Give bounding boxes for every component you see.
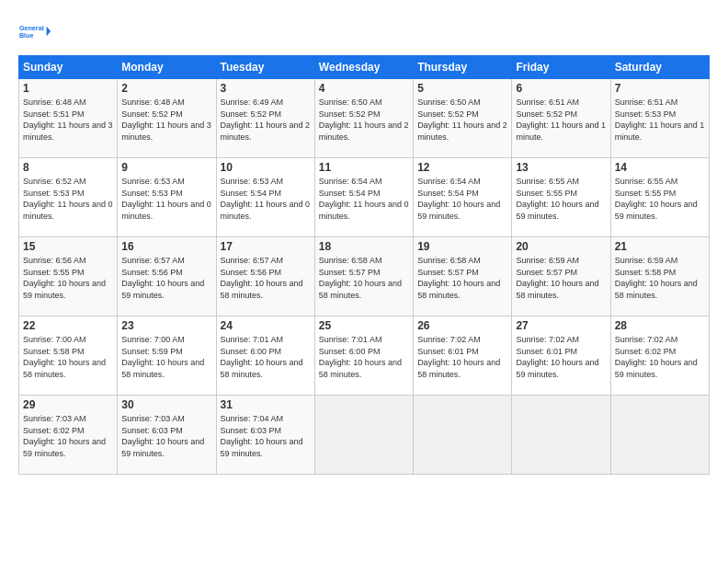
week-row-5: 29 Sunrise: 7:03 AM Sunset: 6:02 PM Dayl… bbox=[19, 396, 710, 475]
day-info: Sunrise: 6:54 AM Sunset: 5:54 PM Dayligh… bbox=[319, 176, 409, 222]
calendar-cell bbox=[414, 396, 512, 475]
day-info: Sunrise: 6:52 AM Sunset: 5:53 PM Dayligh… bbox=[23, 176, 113, 222]
day-number: 29 bbox=[23, 398, 113, 411]
day-info: Sunrise: 6:58 AM Sunset: 5:57 PM Dayligh… bbox=[319, 255, 409, 301]
day-number: 20 bbox=[516, 240, 606, 253]
calendar-cell: 25 Sunrise: 7:01 AM Sunset: 6:00 PM Dayl… bbox=[314, 316, 413, 396]
day-number: 19 bbox=[417, 240, 507, 253]
day-number: 31 bbox=[221, 398, 311, 411]
day-number: 21 bbox=[615, 240, 705, 253]
calendar-cell: 12 Sunrise: 6:54 AM Sunset: 5:54 PM Dayl… bbox=[414, 158, 512, 237]
day-info: Sunrise: 7:02 AM Sunset: 6:02 PM Dayligh… bbox=[615, 334, 705, 380]
week-row-2: 8 Sunrise: 6:52 AM Sunset: 5:53 PM Dayli… bbox=[19, 158, 710, 237]
day-info: Sunrise: 6:55 AM Sunset: 5:55 PM Dayligh… bbox=[615, 176, 705, 222]
day-info: Sunrise: 6:50 AM Sunset: 5:52 PM Dayligh… bbox=[417, 97, 507, 143]
calendar-cell: 9 Sunrise: 6:53 AM Sunset: 5:53 PM Dayli… bbox=[118, 158, 216, 237]
day-number: 6 bbox=[516, 82, 606, 95]
calendar-cell: 23 Sunrise: 7:00 AM Sunset: 5:59 PM Dayl… bbox=[118, 316, 216, 396]
day-info: Sunrise: 6:53 AM Sunset: 5:54 PM Dayligh… bbox=[221, 176, 311, 222]
day-header-monday: Monday bbox=[118, 56, 216, 79]
day-number: 26 bbox=[417, 319, 507, 332]
day-info: Sunrise: 6:49 AM Sunset: 5:52 PM Dayligh… bbox=[221, 97, 311, 143]
day-header-thursday: Thursday bbox=[414, 56, 512, 79]
day-info: Sunrise: 7:03 AM Sunset: 6:03 PM Dayligh… bbox=[121, 413, 211, 459]
logo-icon: GeneralBlue bbox=[18, 15, 51, 48]
calendar-cell: 21 Sunrise: 6:59 AM Sunset: 5:58 PM Dayl… bbox=[610, 237, 709, 316]
day-number: 3 bbox=[221, 82, 311, 95]
calendar-cell: 27 Sunrise: 7:02 AM Sunset: 6:01 PM Dayl… bbox=[512, 316, 610, 396]
calendar-cell bbox=[314, 396, 413, 475]
day-info: Sunrise: 7:01 AM Sunset: 6:00 PM Dayligh… bbox=[221, 334, 311, 380]
calendar-cell: 29 Sunrise: 7:03 AM Sunset: 6:02 PM Dayl… bbox=[19, 396, 118, 475]
calendar-cell bbox=[610, 396, 709, 475]
day-number: 9 bbox=[121, 161, 211, 174]
calendar-container: GeneralBlue SundayMondayTuesdayWednesday… bbox=[0, 0, 728, 484]
day-info: Sunrise: 6:57 AM Sunset: 5:56 PM Dayligh… bbox=[221, 255, 311, 301]
day-number: 15 bbox=[23, 240, 113, 253]
svg-text:General: General bbox=[19, 24, 44, 32]
calendar-cell: 17 Sunrise: 6:57 AM Sunset: 5:56 PM Dayl… bbox=[216, 237, 314, 316]
day-number: 23 bbox=[121, 319, 211, 332]
day-info: Sunrise: 6:54 AM Sunset: 5:54 PM Dayligh… bbox=[417, 176, 507, 222]
day-header-tuesday: Tuesday bbox=[216, 56, 314, 79]
svg-marker-2 bbox=[47, 27, 51, 37]
calendar-cell: 1 Sunrise: 6:48 AM Sunset: 5:51 PM Dayli… bbox=[19, 79, 118, 158]
calendar-cell: 24 Sunrise: 7:01 AM Sunset: 6:00 PM Dayl… bbox=[216, 316, 314, 396]
calendar-cell bbox=[512, 396, 610, 475]
day-info: Sunrise: 6:51 AM Sunset: 5:52 PM Dayligh… bbox=[516, 97, 606, 143]
calendar-cell: 8 Sunrise: 6:52 AM Sunset: 5:53 PM Dayli… bbox=[19, 158, 118, 237]
day-info: Sunrise: 6:48 AM Sunset: 5:52 PM Dayligh… bbox=[121, 97, 211, 143]
day-number: 11 bbox=[319, 161, 409, 174]
day-header-saturday: Saturday bbox=[610, 56, 709, 79]
day-number: 25 bbox=[319, 319, 409, 332]
day-number: 10 bbox=[221, 161, 311, 174]
day-number: 30 bbox=[121, 398, 211, 411]
logo: GeneralBlue bbox=[18, 15, 51, 48]
calendar-cell: 2 Sunrise: 6:48 AM Sunset: 5:52 PM Dayli… bbox=[118, 79, 216, 158]
week-row-4: 22 Sunrise: 7:00 AM Sunset: 5:58 PM Dayl… bbox=[19, 316, 710, 396]
week-row-1: 1 Sunrise: 6:48 AM Sunset: 5:51 PM Dayli… bbox=[19, 79, 710, 158]
day-number: 17 bbox=[221, 240, 311, 253]
day-number: 7 bbox=[615, 82, 705, 95]
calendar-cell: 13 Sunrise: 6:55 AM Sunset: 5:55 PM Dayl… bbox=[512, 158, 610, 237]
day-info: Sunrise: 6:51 AM Sunset: 5:53 PM Dayligh… bbox=[615, 97, 705, 143]
day-number: 13 bbox=[516, 161, 606, 174]
day-number: 8 bbox=[23, 161, 113, 174]
calendar-cell: 6 Sunrise: 6:51 AM Sunset: 5:52 PM Dayli… bbox=[512, 79, 610, 158]
day-info: Sunrise: 6:56 AM Sunset: 5:55 PM Dayligh… bbox=[23, 255, 113, 301]
calendar-cell: 7 Sunrise: 6:51 AM Sunset: 5:53 PM Dayli… bbox=[610, 79, 709, 158]
calendar-cell: 20 Sunrise: 6:59 AM Sunset: 5:57 PM Dayl… bbox=[512, 237, 610, 316]
day-header-sunday: Sunday bbox=[19, 56, 118, 79]
calendar-cell: 3 Sunrise: 6:49 AM Sunset: 5:52 PM Dayli… bbox=[216, 79, 314, 158]
day-number: 24 bbox=[221, 319, 311, 332]
day-info: Sunrise: 6:59 AM Sunset: 5:58 PM Dayligh… bbox=[615, 255, 705, 301]
day-info: Sunrise: 6:59 AM Sunset: 5:57 PM Dayligh… bbox=[516, 255, 606, 301]
calendar-cell: 19 Sunrise: 6:58 AM Sunset: 5:57 PM Dayl… bbox=[414, 237, 512, 316]
calendar-cell: 16 Sunrise: 6:57 AM Sunset: 5:56 PM Dayl… bbox=[118, 237, 216, 316]
day-number: 14 bbox=[615, 161, 705, 174]
day-info: Sunrise: 7:04 AM Sunset: 6:03 PM Dayligh… bbox=[221, 413, 311, 459]
svg-text:Blue: Blue bbox=[19, 31, 34, 40]
day-info: Sunrise: 6:55 AM Sunset: 5:55 PM Dayligh… bbox=[516, 176, 606, 222]
calendar-cell: 28 Sunrise: 7:02 AM Sunset: 6:02 PM Dayl… bbox=[610, 316, 709, 396]
day-info: Sunrise: 7:00 AM Sunset: 5:58 PM Dayligh… bbox=[23, 334, 113, 380]
calendar-cell: 22 Sunrise: 7:00 AM Sunset: 5:58 PM Dayl… bbox=[19, 316, 118, 396]
calendar-cell: 18 Sunrise: 6:58 AM Sunset: 5:57 PM Dayl… bbox=[314, 237, 413, 316]
day-number: 4 bbox=[319, 82, 409, 95]
day-number: 12 bbox=[417, 161, 507, 174]
calendar-cell: 10 Sunrise: 6:53 AM Sunset: 5:54 PM Dayl… bbox=[216, 158, 314, 237]
calendar-cell: 11 Sunrise: 6:54 AM Sunset: 5:54 PM Dayl… bbox=[314, 158, 413, 237]
header: GeneralBlue bbox=[18, 15, 710, 48]
day-number: 16 bbox=[121, 240, 211, 253]
day-header-friday: Friday bbox=[512, 56, 610, 79]
day-info: Sunrise: 6:58 AM Sunset: 5:57 PM Dayligh… bbox=[417, 255, 507, 301]
calendar-cell: 31 Sunrise: 7:04 AM Sunset: 6:03 PM Dayl… bbox=[216, 396, 314, 475]
day-number: 22 bbox=[23, 319, 113, 332]
calendar-cell: 4 Sunrise: 6:50 AM Sunset: 5:52 PM Dayli… bbox=[314, 79, 413, 158]
days-header-row: SundayMondayTuesdayWednesdayThursdayFrid… bbox=[19, 56, 710, 79]
day-number: 2 bbox=[121, 82, 211, 95]
day-info: Sunrise: 6:50 AM Sunset: 5:52 PM Dayligh… bbox=[319, 97, 409, 143]
day-info: Sunrise: 6:53 AM Sunset: 5:53 PM Dayligh… bbox=[121, 176, 211, 222]
calendar-cell: 14 Sunrise: 6:55 AM Sunset: 5:55 PM Dayl… bbox=[610, 158, 709, 237]
calendar-cell: 30 Sunrise: 7:03 AM Sunset: 6:03 PM Dayl… bbox=[118, 396, 216, 475]
